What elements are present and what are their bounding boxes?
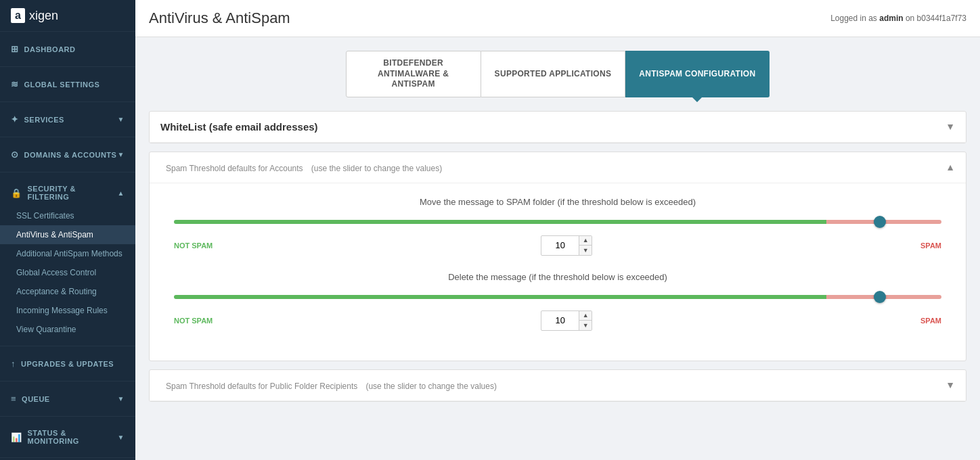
nav-global-settings: ≋ GLOBAL SETTINGS [0, 67, 135, 102]
spam-threshold-accounts-subtitle: (use the slider to change the values) [311, 164, 442, 173]
slider-delete-thumb[interactable] [874, 291, 886, 303]
login-info: Logged in as admin on b0344f1a7f73 [830, 14, 966, 23]
slider-delete-spam: SPAM [920, 317, 941, 325]
slider-move-not-spam: NOT SPAM [174, 242, 213, 250]
brand-name: xigen [29, 9, 58, 23]
incoming-rules-label: Incoming Message Rules [16, 306, 108, 315]
sidebar-item-dashboard[interactable]: ⊞ DASHBOARD [0, 39, 135, 60]
slider-move-track-container [174, 214, 941, 230]
main-area: AntiVirus & AntiSpam Logged in as admin … [135, 0, 980, 460]
sidebar-item-security[interactable]: 🔒 SECURITY & FILTERING ▲ [0, 179, 135, 206]
slider-delete-not-spam: NOT SPAM [174, 317, 213, 325]
slider-move-spam: SPAM [920, 242, 941, 250]
spam-threshold-accounts-header[interactable]: Spam Threshold defaults for Accounts (us… [150, 152, 966, 183]
page-title: AntiVirus & AntiSpam [149, 9, 290, 27]
sidebar-item-global-settings[interactable]: ≋ GLOBAL SETTINGS [0, 74, 135, 95]
login-user: admin [879, 14, 903, 23]
nav-queue: ≡ QUEUE ▼ [0, 382, 135, 417]
spam-threshold-public-title: Spam Threshold defaults for Public Folde… [160, 380, 497, 391]
sidebar-label-status: STATUS & MONITORING [28, 429, 118, 445]
slider-delete-input-wrap: ▲ ▼ [218, 310, 915, 331]
nav-domains: ⊙ DOMAINS & ACCOUNTS ▼ [0, 137, 135, 172]
sidebar-label-dashboard: DASHBOARD [24, 45, 76, 53]
slider-move-spinner-btns: ▲ ▼ [579, 236, 592, 255]
logo-icon: a [11, 8, 25, 23]
slider-delete-track [174, 295, 941, 299]
sidebar-label-services: SERVICES [24, 116, 64, 124]
slider-move-labels-row: NOT SPAM ▲ ▼ SPAM [160, 235, 955, 256]
global-settings-icon: ≋ [11, 79, 19, 89]
whitelist-header[interactable]: WhiteList (safe email addresses) ▼ [150, 112, 966, 143]
nav-services: ✦ SERVICES ▼ [0, 102, 135, 137]
slider-move-increment[interactable]: ▲ [579, 236, 592, 246]
sidebar-item-global-access-control[interactable]: Global Access Control [0, 263, 135, 282]
sidebar-item-queue[interactable]: ≡ QUEUE ▼ [0, 388, 135, 409]
sidebar-item-services[interactable]: ✦ SERVICES ▼ [0, 109, 135, 130]
sidebar: a xigen ⊞ DASHBOARD ≋ GLOBAL SETTINGS ✦ … [0, 0, 135, 460]
whitelist-title: WhiteList (safe email addresses) [160, 121, 318, 133]
spam-threshold-accounts-section: Spam Threshold defaults for Accounts (us… [149, 152, 966, 361]
sidebar-item-additional-antispam[interactable]: Additional AntiSpam Methods [0, 244, 135, 263]
nav-upgrades: ↑ UPGRADES & UPDATES [0, 346, 135, 382]
status-icon: 📊 [11, 432, 22, 442]
slider-delete-increment[interactable]: ▲ [579, 311, 592, 321]
slider-move-to-spam: Move the message to SPAM folder (if the … [160, 197, 955, 256]
tab-supported-label: SUPPORTED APPLICATIONS [495, 69, 612, 78]
security-submenu: SSL Certificates AntiVirus & AntiSpam Ad… [0, 206, 135, 339]
sidebar-item-upgrades[interactable]: ↑ UPGRADES & UPDATES [0, 353, 135, 374]
content-area: BITDEFENDER ANTIMALWARE & ANTISPAM SUPPO… [135, 37, 980, 460]
topbar: AntiVirus & AntiSpam Logged in as admin … [135, 0, 980, 37]
spam-threshold-public-subtitle: (use the slider to change the values) [365, 382, 496, 391]
sidebar-item-ssl[interactable]: SSL Certificates [0, 206, 135, 225]
spam-threshold-public-main-title: Spam Threshold defaults for Public Folde… [166, 382, 357, 391]
tab-antispam-config[interactable]: ANTISPAM CONFIGURATION [625, 51, 770, 97]
slider-delete-value-input[interactable] [541, 312, 579, 329]
slider-move-input-wrap: ▲ ▼ [218, 235, 915, 256]
sidebar-item-view-quarantine[interactable]: View Quarantine [0, 320, 135, 339]
slider-delete-labels-row: NOT SPAM ▲ ▼ SPAM [160, 310, 955, 331]
sidebar-item-incoming-rules[interactable]: Incoming Message Rules [0, 301, 135, 320]
spam-threshold-public-header[interactable]: Spam Threshold defaults for Public Folde… [150, 370, 966, 401]
services-arrow: ▼ [118, 116, 125, 123]
tab-supported-apps[interactable]: SUPPORTED APPLICATIONS [481, 51, 626, 97]
slider-move-thumb[interactable] [874, 216, 886, 228]
login-text: Logged in as [830, 14, 877, 23]
tabs-row: BITDEFENDER ANTIMALWARE & ANTISPAM SUPPO… [149, 51, 966, 97]
slider-delete-label: Delete the message (if the threshold bel… [160, 272, 955, 282]
sidebar-item-domains[interactable]: ⊙ DOMAINS & ACCOUNTS ▼ [0, 144, 135, 165]
antivirus-label: AntiVirus & AntiSpam [16, 230, 93, 239]
dashboard-icon: ⊞ [11, 44, 19, 54]
slider-delete-spinner-btns: ▲ ▼ [579, 311, 592, 330]
slider-delete-decrement[interactable]: ▼ [579, 321, 592, 330]
logo-area: a xigen [0, 0, 135, 32]
sidebar-item-acceptance-routing[interactable]: Acceptance & Routing [0, 282, 135, 301]
nav-status: 📊 STATUS & MONITORING ▼ [0, 417, 135, 458]
domains-arrow: ▼ [118, 151, 125, 158]
slider-delete-message: Delete the message (if the threshold bel… [160, 272, 955, 331]
queue-icon: ≡ [11, 394, 16, 404]
spam-threshold-public-toggle: ▼ [945, 380, 955, 390]
queue-arrow: ▼ [118, 395, 125, 402]
slider-move-value-input[interactable] [541, 237, 579, 254]
sidebar-label-global-settings: GLOBAL SETTINGS [24, 80, 100, 89]
global-access-label: Global Access Control [16, 268, 96, 277]
sidebar-item-status[interactable]: 📊 STATUS & MONITORING ▼ [0, 423, 135, 451]
security-arrow: ▲ [118, 189, 125, 197]
tab-bitdefender[interactable]: BITDEFENDER ANTIMALWARE & ANTISPAM [346, 51, 481, 97]
slider-move-spinner: ▲ ▼ [541, 235, 592, 256]
sidebar-label-security: SECURITY & FILTERING [28, 185, 118, 201]
logo-letter: a [15, 9, 21, 21]
spam-threshold-public-section: Spam Threshold defaults for Public Folde… [149, 369, 966, 402]
status-arrow: ▼ [118, 434, 125, 441]
tab-bitdefender-label: BITDEFENDER ANTIMALWARE & ANTISPAM [378, 58, 449, 89]
slider-delete-spinner: ▲ ▼ [541, 310, 592, 331]
sidebar-label-upgrades: UPGRADES & UPDATES [21, 360, 114, 368]
whitelist-section: WhiteList (safe email addresses) ▼ [149, 111, 966, 143]
additional-antispam-label: Additional AntiSpam Methods [16, 249, 122, 258]
spam-threshold-accounts-body: Move the message to SPAM folder (if the … [150, 183, 966, 361]
sidebar-label-queue: QUEUE [22, 395, 50, 403]
acceptance-label: Acceptance & Routing [16, 287, 97, 296]
upgrades-icon: ↑ [11, 359, 16, 369]
slider-move-decrement[interactable]: ▼ [579, 246, 592, 255]
sidebar-item-antivirus[interactable]: AntiVirus & AntiSpam [0, 225, 135, 244]
